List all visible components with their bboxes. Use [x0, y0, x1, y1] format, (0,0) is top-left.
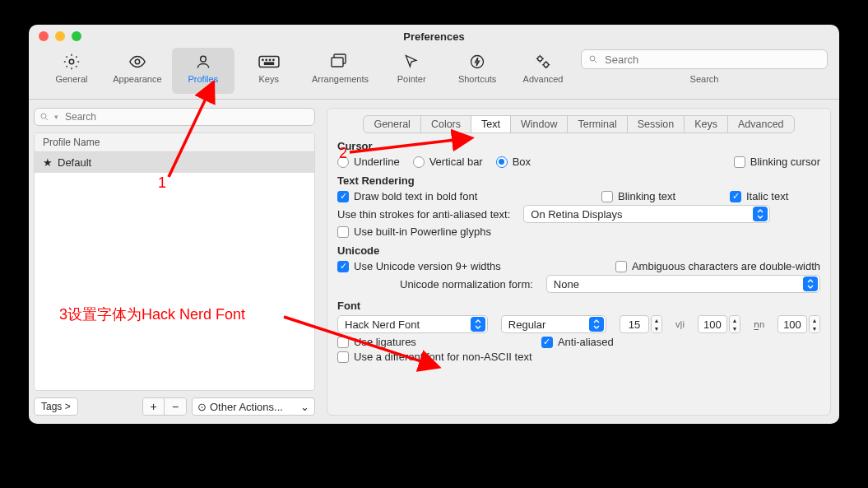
- toolbar-label: Advanced: [523, 74, 564, 84]
- line-spacing-field[interactable]: 100 ▲▼: [777, 315, 820, 333]
- toolbar-shortcuts[interactable]: Shortcuts: [446, 48, 508, 94]
- font-family-select[interactable]: Hack Nerd Font: [337, 315, 488, 333]
- svg-line-17: [46, 119, 49, 121]
- tab-colors[interactable]: Colors: [421, 116, 471, 132]
- eye-icon: [128, 51, 147, 72]
- tab-keys[interactable]: Keys: [685, 116, 728, 132]
- toolbar-label: General: [55, 74, 87, 84]
- toolbar-search-wrap: Search: [581, 49, 828, 84]
- add-remove-group: + −: [142, 397, 187, 416]
- font-style-value: Regular: [508, 318, 546, 331]
- svg-point-13: [544, 63, 549, 67]
- font-family-value: Hack Nerd Font: [345, 318, 420, 331]
- traffic-lights: [39, 31, 81, 41]
- updown-icon: [589, 317, 604, 332]
- tab-session[interactable]: Session: [628, 116, 685, 132]
- right-panel: General Colors Text Window Terminal Sess…: [327, 108, 831, 416]
- svg-rect-10: [332, 58, 343, 67]
- powerline-check[interactable]: Use built-in Powerline glyphs: [337, 225, 491, 238]
- svg-rect-3: [259, 57, 279, 67]
- letter-spacing-value: 100: [698, 315, 727, 333]
- font-size-stepper[interactable]: ▲▼: [651, 315, 662, 333]
- chevron-down-icon: ▾: [54, 113, 58, 121]
- norm-value: None: [554, 278, 579, 290]
- toolbar-label: Appearance: [113, 74, 161, 84]
- left-panel: ▾ Profile Name ★ Default Tags > + −: [34, 108, 315, 416]
- close-icon[interactable]: [39, 31, 49, 41]
- section-text-rendering: Text Rendering: [337, 174, 820, 187]
- gear-icon: [63, 51, 81, 72]
- profile-search[interactable]: ▾: [34, 108, 315, 126]
- toolbar-appearance[interactable]: Appearance: [106, 48, 169, 94]
- non-ascii-font-check[interactable]: Use a different font for non-ASCII text: [337, 351, 532, 363]
- bolt-icon: [469, 51, 485, 72]
- letter-spacing-stepper[interactable]: ▲▼: [729, 315, 740, 333]
- line-spacing-value: 100: [777, 315, 807, 333]
- blinking-text-check[interactable]: Blinking text: [601, 190, 717, 202]
- tags-button[interactable]: Tags >: [34, 397, 78, 416]
- search-icon: [39, 112, 49, 122]
- toolbar: General Appearance Profiles Keys Arrange…: [29, 48, 839, 100]
- toolbar-search[interactable]: [581, 49, 828, 69]
- person-icon: [195, 51, 211, 72]
- tab-window[interactable]: Window: [511, 116, 568, 132]
- updown-icon: [803, 277, 818, 291]
- section-font: Font: [337, 300, 820, 312]
- toolbar-profiles[interactable]: Profiles: [172, 48, 234, 94]
- font-style-select[interactable]: Regular: [501, 315, 606, 333]
- toolbar-pointer[interactable]: Pointer: [380, 48, 443, 94]
- bold-text-check[interactable]: Draw bold text in bold font: [337, 190, 477, 202]
- svg-point-7: [272, 59, 273, 60]
- tab-advanced[interactable]: Advanced: [728, 116, 794, 132]
- add-profile-button[interactable]: +: [143, 398, 165, 415]
- toolbar-arrangements[interactable]: Arrangements: [304, 48, 378, 94]
- toolbar-search-input[interactable]: [603, 53, 820, 67]
- antialiased-check[interactable]: Anti-aliased: [541, 336, 614, 348]
- profile-row-default[interactable]: ★ Default: [35, 152, 314, 173]
- line-spacing-stepper[interactable]: ▲▼: [809, 315, 820, 333]
- toolbar-advanced[interactable]: Advanced: [512, 48, 574, 94]
- tab-terminal[interactable]: Terminal: [568, 116, 627, 132]
- tab-text[interactable]: Text: [471, 116, 511, 132]
- norm-label: Unicode normalization form:: [400, 278, 533, 290]
- updown-icon: [753, 207, 768, 221]
- profile-table-header: Profile Name: [35, 133, 314, 152]
- chevron-down-icon: ⌄: [300, 401, 309, 413]
- remove-profile-button[interactable]: −: [165, 398, 186, 415]
- toolbar-keys[interactable]: Keys: [238, 48, 300, 94]
- thin-strokes-select[interactable]: On Retina Displays: [523, 205, 770, 223]
- toolbar-general[interactable]: General: [40, 48, 103, 94]
- gears-icon: [534, 51, 552, 72]
- windows-icon: [330, 51, 350, 72]
- profile-search-input[interactable]: [63, 110, 309, 123]
- letter-spacing-field[interactable]: 100 ▲▼: [698, 315, 740, 333]
- italic-text-check[interactable]: Italic text: [730, 190, 820, 202]
- cursor-underline-radio[interactable]: Underline: [337, 156, 400, 168]
- section-cursor: Cursor: [337, 140, 820, 152]
- svg-line-15: [595, 61, 597, 63]
- keyboard-icon: [258, 51, 280, 72]
- toolbar-label: Keys: [258, 74, 278, 84]
- font-size-value: 15: [620, 315, 649, 333]
- ligatures-check[interactable]: Use ligatures: [337, 336, 416, 348]
- zoom-icon[interactable]: [72, 31, 81, 41]
- other-actions-menu[interactable]: ⊙ Other Actions... ⌄: [192, 397, 315, 416]
- left-footer: Tags > + − ⊙ Other Actions... ⌄: [34, 397, 315, 416]
- ambiguous-width-check[interactable]: Ambiguous characters are double-width: [615, 260, 820, 272]
- toolbar-label: Pointer: [397, 74, 426, 84]
- blinking-cursor-check[interactable]: Blinking cursor: [734, 156, 820, 168]
- svg-point-11: [471, 56, 484, 68]
- svg-point-6: [269, 59, 270, 60]
- font-size-field[interactable]: 15 ▲▼: [620, 315, 662, 333]
- svg-point-5: [266, 59, 267, 60]
- minimize-icon[interactable]: [55, 31, 65, 41]
- norm-select[interactable]: None: [546, 275, 820, 293]
- svg-point-16: [41, 114, 46, 119]
- svg-rect-8: [264, 63, 273, 64]
- unicode-v9-check[interactable]: Use Unicode version 9+ widths: [337, 260, 501, 272]
- cursor-box-radio[interactable]: Box: [496, 156, 531, 168]
- svg-point-1: [135, 59, 140, 64]
- tab-general[interactable]: General: [364, 116, 420, 132]
- profile-tabs: General Colors Text Window Terminal Sess…: [363, 115, 794, 133]
- cursor-vertical-radio[interactable]: Vertical bar: [413, 156, 483, 168]
